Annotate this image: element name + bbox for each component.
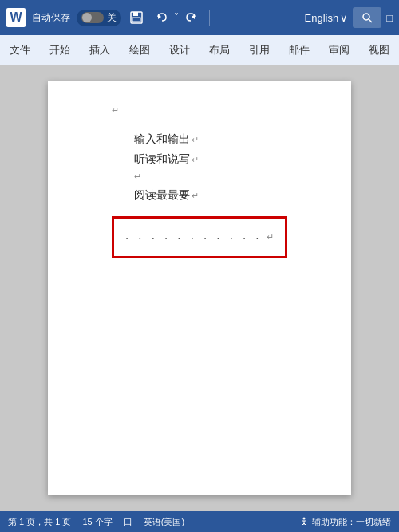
toolbar-separator (209, 10, 210, 26)
save-button[interactable] (128, 9, 145, 26)
dotted-para-mark: ↵ (267, 230, 274, 246)
accessibility-label: 辅助功能：一切就绪 (312, 516, 391, 528)
autosave-toggle[interactable]: 关 (77, 10, 121, 26)
toggle-track (81, 12, 104, 23)
tab-home[interactable]: 开始 (48, 40, 72, 61)
toggle-state-label: 关 (107, 11, 117, 25)
maximize-icon[interactable]: □ (386, 12, 393, 24)
tab-review[interactable]: 审阅 (327, 40, 351, 61)
document-page[interactable]: ↵ 输入和输出 ↵ 听读和说写 ↵ ↵ 阅读最最要 ↵ · · · · · · … (48, 81, 351, 495)
line-1-mark: ↵ (192, 132, 199, 148)
line-2-mark: ↵ (192, 152, 199, 168)
word-icon: W (6, 8, 26, 27)
tab-layout[interactable]: 布局 (207, 40, 231, 61)
language-label: English (305, 12, 339, 24)
title-bar: W 自动保存 关 ˅ En (0, 0, 399, 35)
autosave-label: 自动保存 (32, 11, 70, 25)
dotted-line-content: · · · · · · · · · · · (125, 227, 263, 248)
svg-point-7 (303, 518, 306, 520)
char-count: 15 个字 (82, 516, 112, 528)
svg-rect-2 (132, 18, 140, 22)
text-cursor (263, 231, 263, 244)
dotted-line-box[interactable]: · · · · · · · · · · · ↵ (112, 216, 287, 258)
line-2: 听读和说写 ↵ (134, 149, 311, 169)
tab-mailings[interactable]: 邮件 (287, 40, 311, 61)
line-1-text: 输入和输出 (134, 129, 190, 149)
tab-references[interactable]: 引用 (247, 40, 271, 61)
svg-rect-1 (133, 12, 138, 16)
search-box[interactable] (353, 7, 381, 28)
page-count: 第 1 页，共 1 页 (8, 516, 71, 528)
line-4: 阅读最最要 ↵ (134, 185, 311, 205)
tab-design[interactable]: 设计 (168, 40, 192, 61)
language-status: 英语(美国) (144, 516, 184, 528)
ribbon: 文件 开始 插入 绘图 设计 布局 引用 邮件 审阅 视图 (0, 35, 399, 65)
status-bar: 第 1 页，共 1 页 15 个字 口 英语(美国) 辅助功能：一切就绪 (0, 511, 399, 532)
svg-point-5 (363, 14, 369, 20)
accessibility-button[interactable]: 辅助功能：一切就绪 (298, 516, 391, 528)
line-3: ↵ (134, 169, 311, 185)
redo-button[interactable] (180, 9, 201, 26)
page-content[interactable]: 输入和输出 ↵ 听读和说写 ↵ ↵ 阅读最最要 ↵ · · · · · · · … (112, 129, 311, 258)
line-4-text: 阅读最最要 (134, 185, 190, 205)
top-paragraph-mark: ↵ (112, 105, 119, 116)
undo-chevron[interactable]: ˅ (174, 12, 179, 23)
tab-file[interactable]: 文件 (8, 40, 32, 61)
language-selector[interactable]: English ∨ (305, 12, 349, 24)
line-1: 输入和输出 ↵ (134, 129, 311, 149)
tab-view[interactable]: 视图 (367, 40, 391, 61)
svg-line-6 (369, 19, 372, 22)
line-4-mark: ↵ (192, 188, 199, 204)
language-chevron: ∨ (340, 12, 348, 24)
tab-draw[interactable]: 绘图 (128, 40, 152, 61)
status-right: 辅助功能：一切就绪 (298, 516, 391, 528)
document-area[interactable]: ↵ 输入和输出 ↵ 听读和说写 ↵ ↵ 阅读最最要 ↵ · · · · · · … (0, 65, 399, 511)
svg-marker-4 (192, 14, 195, 19)
line-2-text: 听读和说写 (134, 149, 190, 169)
title-bar-right: English ∨ □ (305, 7, 393, 28)
toggle-thumb (82, 13, 92, 22)
tab-insert[interactable]: 插入 (88, 40, 112, 61)
line-3-mark: ↵ (134, 169, 141, 185)
undo-button[interactable] (152, 9, 172, 26)
dotted-line-box-wrapper: · · · · · · · · · · · ↵ (112, 216, 311, 258)
svg-marker-3 (158, 14, 161, 19)
undo-redo-group: ˅ (152, 9, 201, 26)
spacing-icon: 口 (124, 516, 132, 528)
